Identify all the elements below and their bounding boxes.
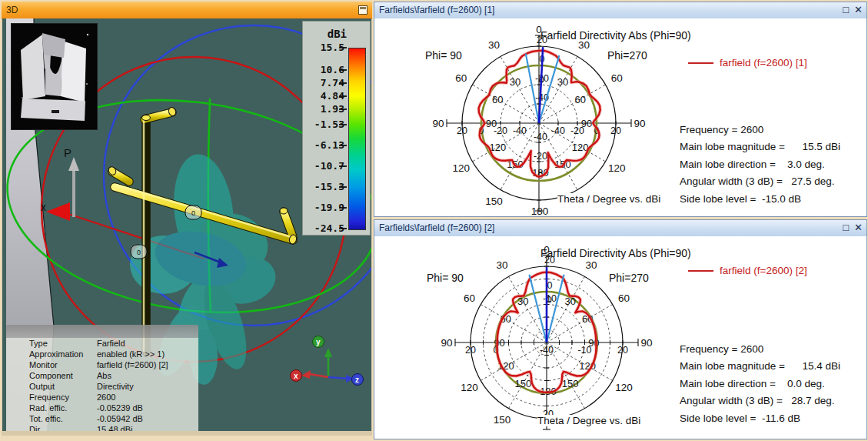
svg-text:20: 20: [617, 345, 628, 356]
plot2-stats: Frequency = 2600Main lobe magnitude = 15…: [680, 341, 840, 427]
plot-window-1: Farfields\farfield (f=2600) [1] □✕ 30306…: [374, 2, 867, 217]
info-row: Dir.15.48 dBi: [6, 424, 198, 431]
svg-text:30: 30: [585, 259, 597, 271]
colorbar-value: -10.7: [308, 160, 344, 172]
3d-window-title: 3D: [6, 5, 18, 15]
svg-text:-40: -40: [540, 345, 554, 356]
colorbar-value: 1.93: [308, 103, 344, 115]
svg-text:150: 150: [514, 378, 531, 389]
legend-text: farfield (f=2600) [2]: [720, 265, 807, 276]
plot1-axis-label: Theta / Degree vs. dBi: [557, 193, 660, 205]
model-preview-image: [11, 23, 98, 130]
close-icon[interactable]: ✕: [854, 222, 863, 233]
stat-line: Frequency = 2600: [680, 341, 840, 358]
triad-x-label: x: [294, 372, 298, 380]
plot2-window-title: Farfields\farfield (f=2600) [2]: [379, 222, 494, 233]
stat-line: Angular width (3 dB) = 28.7 deg.: [680, 393, 840, 409]
svg-text:30: 30: [510, 76, 520, 88]
3d-window: 3D x P: [2, 2, 372, 436]
plot2-titlebar[interactable]: Farfields\farfield (f=2600) [2] □✕: [374, 220, 866, 237]
colorbar-value: -1.53: [308, 119, 344, 130]
close-icon[interactable]: ✕: [854, 4, 863, 15]
maximize-icon[interactable]: □: [843, 222, 849, 233]
svg-text:-40: -40: [534, 132, 547, 142]
plot2-legend: farfield (f=2600) [2]: [688, 265, 807, 276]
stat-line: Main lobe direction = 0.0 deg.: [680, 376, 840, 393]
restore-icon[interactable]: [358, 5, 367, 15]
svg-text:60: 60: [455, 72, 467, 84]
plot2-title: Farfield Directivity Abs (Phi=90): [540, 247, 691, 259]
stat-line: Main lobe magnitude = 15.4 dBi: [680, 358, 840, 375]
port-label-2: 0: [137, 249, 141, 256]
plot1-stats: Frequency = 2600Main lobe magnitude = 15…: [680, 122, 840, 208]
svg-text:-40: -40: [513, 125, 527, 136]
colorbar-value: 15.5: [308, 42, 344, 53]
plot2-canvas[interactable]: 3030606012012015015001809090303060609090…: [374, 236, 866, 439]
x-axis-arrowhead: [46, 202, 70, 221]
svg-text:-10: -10: [543, 293, 557, 304]
legend-line-swatch: [688, 62, 713, 64]
info-row: Frequency2600: [6, 392, 198, 403]
colorbar-value: -24.5: [308, 222, 344, 234]
svg-text:60: 60: [618, 292, 630, 304]
maximize-icon[interactable]: □: [843, 4, 849, 15]
3d-window-titlebar[interactable]: 3D: [2, 2, 372, 19]
svg-text:120: 120: [452, 162, 470, 174]
svg-text:60: 60: [611, 72, 623, 84]
triad-y-label: y: [316, 338, 321, 346]
colorbar-legend: dBi 15.510.67.744.841.93-1.53-6.13-10.7-…: [302, 21, 371, 236]
svg-text:60: 60: [574, 94, 585, 105]
lobe-marker-lines: [529, 267, 564, 342]
port-label-1: 0: [191, 209, 195, 217]
plot1-legend: farfield (f=2600) [1]: [688, 57, 807, 68]
svg-text:150: 150: [485, 195, 503, 207]
phi-90-label: Phi= 90: [427, 272, 464, 284]
svg-text:120: 120: [615, 382, 633, 393]
svg-text:90: 90: [432, 118, 444, 129]
legend-line-swatch: [688, 270, 713, 272]
info-row: TypeFarfield: [6, 338, 198, 349]
3d-viewport[interactable]: x P: [2, 18, 371, 431]
info-row: Rad. effic.-0.05239 dB: [6, 403, 198, 413]
svg-text:0: 0: [547, 280, 553, 291]
axis-triad: y x z: [291, 336, 364, 386]
svg-text:-20: -20: [534, 151, 547, 162]
stat-line: Main lobe magnitude = 15.5 dBi: [680, 139, 840, 155]
svg-text:30: 30: [557, 76, 568, 88]
p-label: P: [64, 146, 72, 159]
colorbar-value: 7.74: [308, 77, 344, 89]
svg-text:150: 150: [494, 414, 511, 426]
svg-text:20: 20: [610, 125, 621, 136]
farfield-info-table: TypeFarfieldApproximationenabled (kR >> …: [6, 338, 198, 431]
svg-text:30: 30: [496, 259, 507, 271]
info-row: Tot. effic.-0.05942 dB: [6, 413, 198, 424]
colorbar-value: 4.84: [308, 90, 344, 102]
legend-text: farfield (f=2600) [1]: [720, 57, 807, 68]
phi-90-label: Phi= 90: [425, 49, 462, 62]
svg-text:150: 150: [562, 378, 579, 389]
colorbar-unit: dBi: [328, 28, 347, 40]
svg-text:30: 30: [488, 39, 500, 51]
colorbar-value: -19.9: [308, 202, 344, 213]
svg-text:-40: -40: [551, 125, 565, 136]
stat-line: Frequency = 2600: [680, 122, 840, 139]
svg-text:120: 120: [461, 382, 478, 393]
x-axis-label: x: [41, 201, 46, 213]
plot1-canvas[interactable]: 3030606012012015015001809090303060609090…: [374, 18, 866, 216]
svg-text:60: 60: [464, 292, 475, 304]
svg-text:-20: -20: [494, 125, 507, 136]
info-overlay-header: [6, 325, 198, 338]
stat-line: Side lobe level = -15.0 dB: [680, 191, 840, 208]
svg-text:-20: -20: [570, 125, 584, 136]
triad-z-label: z: [355, 376, 359, 384]
stat-line: Main lobe direction = 3.0 deg.: [680, 156, 840, 173]
info-row: Approximationenabled (kR >> 1): [6, 349, 198, 359]
plot2-axis-label: Theta / Degree vs. dBi: [537, 415, 640, 426]
plot1-titlebar[interactable]: Farfields\farfield (f=2600) [1] □✕: [374, 2, 866, 19]
plot1-title: Farfield Directivity Abs (Phi=90): [540, 29, 691, 42]
stat-line: Side lobe level = -11.6 dB: [680, 410, 840, 427]
colorbar-value: -6.13: [308, 139, 344, 151]
svg-text:60: 60: [492, 94, 503, 105]
svg-text:20: 20: [465, 345, 476, 356]
colorbar-gradient: [348, 48, 366, 230]
